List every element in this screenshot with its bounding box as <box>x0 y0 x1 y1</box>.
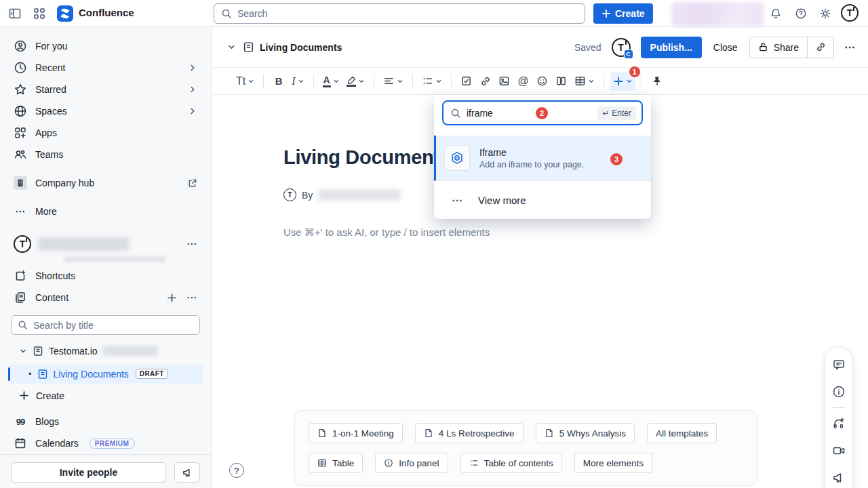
sidebar-item-shortcuts[interactable]: Shortcuts <box>8 265 203 287</box>
shortcuts-icon <box>14 270 27 282</box>
page-title[interactable]: Living Documents <box>283 146 451 169</box>
list-button[interactable] <box>419 72 445 91</box>
insert-result-iframe[interactable]: Iframe Add an iframe to your page. 3 <box>434 136 651 181</box>
link-button[interactable] <box>477 72 494 91</box>
sidebar-item-calendars[interactable]: Calendars PREMIUM <box>8 432 203 454</box>
saved-status: Saved <box>574 42 601 53</box>
alignment-button[interactable] <box>380 72 406 91</box>
header-more-icon[interactable]: ⋯ <box>844 41 856 54</box>
confluence-logo[interactable] <box>57 5 73 22</box>
pin-toolbar-button[interactable] <box>648 72 666 91</box>
editor-help-icon[interactable]: ? <box>229 463 244 478</box>
sidebar-item-apps[interactable]: Apps <box>8 122 203 144</box>
space-more-icon[interactable]: ⋯ <box>186 238 197 250</box>
layouts-button[interactable] <box>553 72 570 91</box>
content-pages-icon <box>14 291 27 304</box>
plus-icon <box>19 390 29 401</box>
invite-people-button[interactable]: Invite people <box>11 462 166 483</box>
insert-search-input[interactable] <box>467 108 541 119</box>
byline-prefix: By <box>302 190 313 201</box>
document-header: Living Documents Saved T C Publish... Cl… <box>212 27 868 68</box>
announcement-megaphone-icon[interactable] <box>829 468 848 487</box>
sidebar-item-blogs[interactable]: 99 Blogs <box>8 411 203 432</box>
content-search[interactable] <box>11 315 200 334</box>
blurred-space-name <box>38 237 130 251</box>
sidebar-collapse-icon[interactable] <box>5 4 24 23</box>
help-icon[interactable] <box>791 4 810 23</box>
space-header[interactable]: T ⋯ <box>8 233 203 255</box>
result-title: Iframe <box>479 147 584 158</box>
selected-indicator <box>8 367 10 381</box>
notifications-icon[interactable] <box>766 4 785 23</box>
comments-icon[interactable] <box>829 355 848 374</box>
sidebar-item-spaces[interactable]: Spaces <box>8 100 203 122</box>
global-search[interactable] <box>214 3 585 24</box>
content-add-icon[interactable] <box>167 293 177 303</box>
mention-button[interactable]: @ <box>515 72 532 91</box>
insert-dropdown: 2 ↵Enter Iframe Add an iframe to your pa… <box>434 95 651 219</box>
insert-search-box[interactable]: 2 ↵Enter <box>442 100 643 125</box>
template-5-whys-analysis[interactable]: 5 Whys Analysis <box>536 423 635 443</box>
byline: T By <box>283 188 401 201</box>
emoji-button[interactable] <box>534 72 551 91</box>
sidebar-item-recent[interactable]: Recent <box>8 57 203 79</box>
publish-button[interactable]: Publish... <box>641 37 702 58</box>
template-1on1-meeting[interactable]: 1-on-1 Meeting <box>309 423 403 443</box>
draft-badge: DRAFT <box>136 369 168 379</box>
italic-button[interactable]: I <box>289 72 307 91</box>
template-4ls-retrospective[interactable]: 4 Ls Retrospective <box>415 423 524 443</box>
video-icon[interactable] <box>829 441 848 460</box>
image-button[interactable] <box>496 72 513 91</box>
template-suggestions: 1-on-1 Meeting 4 Ls Retrospective 5 Whys… <box>294 410 758 486</box>
global-search-input[interactable] <box>237 8 578 19</box>
content-more-icon[interactable]: ⋯ <box>186 291 197 304</box>
result-description: Add an iframe to your page. <box>479 160 584 169</box>
calendar-icon <box>14 437 27 449</box>
tree-item-living-documents[interactable]: • Living Documents DRAFT <box>8 365 203 384</box>
close-button[interactable]: Close <box>712 42 739 53</box>
collaborator-avatar[interactable]: T C <box>612 38 631 57</box>
step-badge-2: 2 <box>536 107 548 119</box>
sidebar-item-teams[interactable]: Teams <box>8 144 203 165</box>
blogs-quote-icon: 99 <box>14 417 27 427</box>
insert-element-button[interactable]: 1 <box>610 72 635 91</box>
insert-toc-button[interactable]: Table of contents <box>460 453 562 473</box>
sidebar-item-starred[interactable]: Starred <box>8 79 203 100</box>
view-more-item[interactable]: ⋯ View more <box>434 181 651 219</box>
editor-placeholder[interactable]: Use ⌘+' to ask AI, or type / to insert e… <box>283 226 490 239</box>
create-button[interactable]: Create <box>593 3 653 24</box>
all-templates-button[interactable]: All templates <box>647 423 717 443</box>
sidebar-item-content[interactable]: Content ⋯ <box>8 287 203 308</box>
breadcrumb-title[interactable]: Living Documents <box>260 42 342 53</box>
sidebar-create-page[interactable]: Create <box>8 386 203 405</box>
feedback-megaphone-icon[interactable] <box>174 462 200 483</box>
user-avatar[interactable]: T <box>841 4 859 22</box>
table-button[interactable] <box>572 72 597 91</box>
bold-button[interactable]: B <box>270 72 288 91</box>
sidebar-item-for-you[interactable]: For you <box>8 35 203 57</box>
insert-info-panel-button[interactable]: Info panel <box>375 453 448 473</box>
company-hub-icon <box>14 176 27 190</box>
breadcrumb-chevron-icon[interactable] <box>227 43 236 52</box>
tree-item-space[interactable]: Testomat.io <box>8 342 203 361</box>
content-search-input[interactable] <box>33 320 193 331</box>
return-icon: ↵ <box>602 108 609 118</box>
support-headset-icon[interactable] <box>829 414 848 433</box>
sidebar-item-company-hub[interactable]: Company hub <box>8 172 203 194</box>
copy-link-icon[interactable] <box>808 37 833 58</box>
globe-icon <box>14 104 27 118</box>
highlight-color-button[interactable] <box>344 72 368 91</box>
app-switcher-icon[interactable] <box>30 4 49 23</box>
bullet-list-icon <box>422 75 433 87</box>
settings-gear-icon[interactable] <box>816 4 835 23</box>
details-info-icon[interactable] <box>829 382 848 401</box>
step-badge-1: 1 <box>629 66 641 78</box>
info-icon <box>384 458 393 468</box>
text-style-button[interactable]: Tt <box>233 72 257 91</box>
sidebar-item-more[interactable]: ⋯ More <box>8 201 203 222</box>
more-elements-button[interactable]: More elements <box>574 453 652 473</box>
task-checkbox-button[interactable] <box>458 72 475 91</box>
share-button[interactable]: Share <box>750 37 807 58</box>
insert-table-button[interactable]: Table <box>309 453 363 473</box>
text-color-button[interactable]: A <box>320 72 342 91</box>
